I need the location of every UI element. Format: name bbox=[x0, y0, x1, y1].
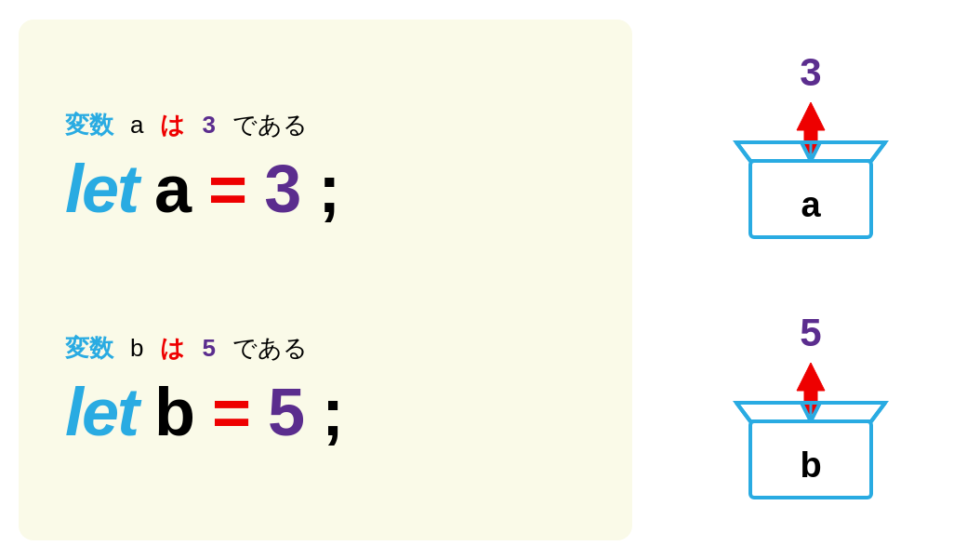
dearu-b: である bbox=[232, 332, 308, 365]
var-a: a bbox=[130, 111, 143, 140]
hensuu-label-b: 変数 bbox=[65, 332, 113, 365]
box-number-a: 3 bbox=[800, 53, 821, 92]
let-keyword-a: let bbox=[65, 151, 138, 227]
box-icon-b: b bbox=[732, 358, 890, 507]
dearu-a: である bbox=[232, 109, 308, 141]
section-a: 変数 a は 3 である let a = 3 ; bbox=[65, 109, 586, 227]
box-wrapper-b: b bbox=[732, 358, 890, 507]
box-section-a: 3 a bbox=[732, 53, 890, 246]
main-container: 変数 a は 3 である let a = 3 ; 変数 b は 5 である bbox=[0, 0, 980, 559]
description-row-a: 変数 a は 3 である bbox=[65, 109, 586, 141]
code-row-b: let b = 5 ; bbox=[65, 374, 586, 450]
box-icon-a: a bbox=[732, 98, 890, 246]
section-b: 変数 b は 5 である let b = 5 ; bbox=[65, 332, 586, 450]
explanation-panel: 変数 a は 3 である let a = 3 ; 変数 b は 5 である bbox=[19, 20, 632, 540]
let-keyword-b: let bbox=[65, 374, 138, 450]
svg-text:b: b bbox=[800, 446, 821, 485]
description-row-b: 変数 b は 5 である bbox=[65, 332, 586, 365]
code-semi-b: ; bbox=[322, 374, 344, 450]
code-varname-b: b bbox=[154, 374, 195, 450]
box-wrapper-a: a bbox=[732, 98, 890, 246]
box-section-b: 5 b bbox=[732, 313, 890, 507]
code-value-a: 3 bbox=[264, 151, 301, 227]
ha-b: は bbox=[160, 332, 185, 365]
code-varname-a: a bbox=[154, 151, 192, 227]
code-eq-b: = bbox=[212, 374, 251, 450]
code-row-a: let a = 3 ; bbox=[65, 151, 586, 227]
hensuu-label-a: 変数 bbox=[65, 109, 113, 141]
code-semi-a: ; bbox=[318, 151, 340, 227]
var-b: b bbox=[130, 334, 143, 363]
code-eq-a: = bbox=[208, 151, 247, 227]
svg-text:a: a bbox=[801, 185, 821, 224]
num-b: 5 bbox=[202, 334, 215, 363]
ha-a: は bbox=[160, 109, 185, 141]
box-number-b: 5 bbox=[800, 313, 821, 353]
right-panel: 3 a bbox=[660, 20, 961, 540]
code-value-b: 5 bbox=[268, 374, 305, 450]
num-a: 3 bbox=[202, 111, 215, 140]
